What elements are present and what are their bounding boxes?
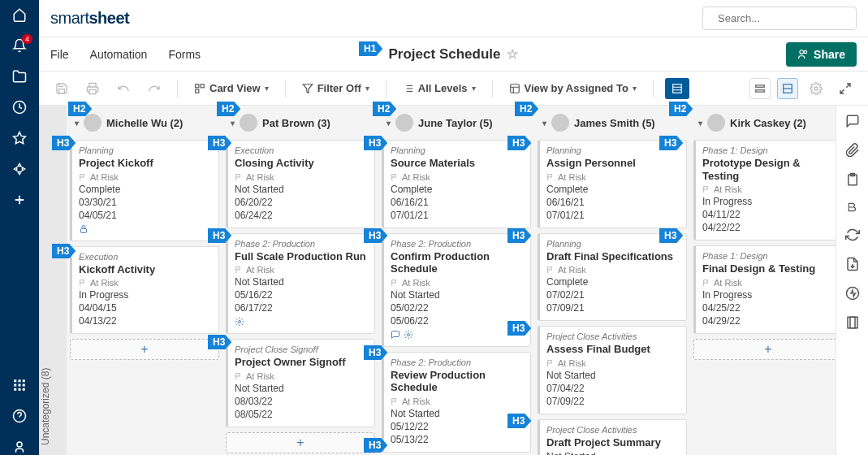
column-name: Kirk Caskey (2) <box>730 117 806 129</box>
board-column: ▾James Smith (5)PlanningAssign Personnel… <box>538 110 687 455</box>
fullscreen-icon[interactable] <box>834 79 857 98</box>
board-column: ▾Pat Brown (3)ExecutionClosing ActivityA… <box>226 110 375 453</box>
board-card[interactable]: Project Close ActivitiesDraft Project Su… <box>538 419 687 455</box>
brandfolder-panel-icon[interactable] <box>845 202 860 213</box>
folder-icon[interactable] <box>11 68 28 84</box>
account-icon[interactable] <box>11 439 28 455</box>
column-header[interactable]: ▾Michelle Wu (2) <box>70 110 219 135</box>
card-status: Complete <box>546 276 680 288</box>
view-switch-card[interactable]: Card View▾ <box>189 79 274 98</box>
favorites-icon[interactable] <box>11 130 28 146</box>
notifications-icon[interactable]: 4 <box>11 37 28 54</box>
board-card[interactable]: Phase 1: DesignPrototype Design & Testin… <box>693 140 836 240</box>
flag-icon <box>391 397 399 405</box>
board-card[interactable]: Phase 2: ProductionConfirm Production Sc… <box>382 233 531 347</box>
brand-logo[interactable]: smartsheet <box>50 9 129 28</box>
search-input[interactable] <box>718 12 854 24</box>
column-header[interactable]: ▾June Taylor (5) <box>382 110 531 135</box>
board-card[interactable]: PlanningDraft Final SpecificationsAt Ris… <box>538 233 687 322</box>
proofs-panel-icon[interactable] <box>845 172 860 187</box>
card-phase: Project Close Activities <box>546 332 680 341</box>
column-header[interactable]: ▾James Smith (5) <box>538 110 687 135</box>
favorite-star-icon[interactable]: ☆ <box>507 46 518 62</box>
save-icon[interactable] <box>50 79 73 98</box>
card-risk: At Risk <box>391 172 524 182</box>
board-card[interactable]: Project Close SignoffProject Owner Signo… <box>226 339 375 427</box>
board-card[interactable]: PlanningAssign PersonnelAt RiskComplete0… <box>538 140 687 228</box>
menu-automation[interactable]: Automation <box>90 48 148 61</box>
settings-icon[interactable] <box>805 79 827 98</box>
add-card-button[interactable]: + <box>70 339 219 360</box>
svg-rect-4 <box>23 379 25 382</box>
svg-rect-7 <box>23 384 25 387</box>
card-risk: At Risk <box>391 396 524 406</box>
card-phase: Planning <box>79 145 212 155</box>
card-status: In Progress <box>702 289 836 301</box>
svg-rect-8 <box>14 388 16 391</box>
card-title: Project Kickoff <box>79 157 212 170</box>
compact-view-icon[interactable] <box>749 78 771 99</box>
viewby-button[interactable]: View by Assigned To▾ <box>504 79 641 98</box>
publish-panel-icon[interactable] <box>845 257 860 271</box>
undo-icon[interactable] <box>112 79 135 98</box>
flag-icon <box>702 279 710 287</box>
chevron-down-icon: ▾ <box>231 119 235 128</box>
flag-icon <box>235 173 243 181</box>
card-date-start: 07/04/22 <box>546 383 680 394</box>
column-header[interactable]: ▾Pat Brown (3) <box>226 110 375 135</box>
card-date-start: 08/03/22 <box>235 396 368 407</box>
card-status: Not Started <box>546 370 680 381</box>
add-card-button[interactable]: + <box>226 432 375 453</box>
svg-point-14 <box>800 50 804 54</box>
uncategorized-lane[interactable]: Uncategorized (8) <box>39 106 67 455</box>
board-card[interactable]: PlanningSource MaterialsAt RiskComplete0… <box>382 140 531 228</box>
card-status: Not Started <box>235 276 368 288</box>
workapps-icon[interactable] <box>11 161 28 177</box>
menu-file[interactable]: File <box>50 48 69 61</box>
full-view-icon[interactable] <box>777 78 798 99</box>
help-icon[interactable] <box>11 408 28 424</box>
card-title: Confirm Production Schedule <box>391 250 524 275</box>
redo-icon[interactable] <box>143 79 166 98</box>
svg-rect-18 <box>196 89 199 93</box>
add-icon[interactable] <box>11 192 28 208</box>
print-icon[interactable] <box>81 79 104 98</box>
card-phase: Phase 1: Design <box>702 145 836 155</box>
home-icon[interactable] <box>11 6 28 23</box>
board-card[interactable]: ExecutionKickoff ActivityAt RiskIn Progr… <box>70 246 219 335</box>
global-search[interactable] <box>702 6 857 30</box>
activity-panel-icon[interactable] <box>845 286 860 301</box>
board-card[interactable]: Project Close ActivitiesAssess Final Bud… <box>538 326 687 414</box>
board-card[interactable]: PlanningProject KickoffAt RiskComplete03… <box>70 140 219 241</box>
board-card[interactable]: ExecutionClosing ActivityAt RiskNot Star… <box>226 140 375 228</box>
share-button[interactable]: Share <box>786 42 857 67</box>
fields-toggle[interactable] <box>665 78 689 99</box>
attachments-panel-icon[interactable] <box>845 143 860 158</box>
card-risk: At Risk <box>702 184 836 194</box>
card-phase: Phase 2: Production <box>235 239 368 249</box>
filter-button[interactable]: Filter Off▾ <box>297 79 374 98</box>
column-header[interactable]: ▾Kirk Caskey (2) <box>693 110 836 135</box>
apps-grid-icon[interactable] <box>11 377 28 393</box>
levels-button[interactable]: All Levels▾ <box>398 79 481 98</box>
comments-panel-icon[interactable] <box>845 114 860 128</box>
add-card-button[interactable]: + <box>693 339 836 360</box>
board-card[interactable]: Phase 2: ProductionReview Production Sch… <box>382 352 531 453</box>
recents-icon[interactable] <box>11 99 28 115</box>
card-title: Closing Activity <box>235 157 368 170</box>
svg-rect-2 <box>14 379 16 382</box>
board-card[interactable]: Phase 2: ProductionFull Scale Production… <box>226 233 375 335</box>
notification-badge: 4 <box>22 34 32 44</box>
card-date-end: 04/22/22 <box>702 222 836 233</box>
summary-panel-icon[interactable] <box>845 315 860 330</box>
column-name: Pat Brown (3) <box>262 117 330 129</box>
update-requests-icon[interactable] <box>845 228 860 242</box>
svg-rect-31 <box>848 317 857 328</box>
board-card[interactable]: Phase 1: DesignFinal Design & TestingAt … <box>693 245 836 334</box>
svg-point-12 <box>17 442 22 447</box>
svg-rect-32 <box>850 317 855 328</box>
menu-forms[interactable]: Forms <box>168 48 201 61</box>
menubar: File Automation Forms Project Schedule ☆… <box>39 37 868 72</box>
card-phase: Project Close Signoff <box>235 344 368 354</box>
fields-icon <box>672 83 683 94</box>
